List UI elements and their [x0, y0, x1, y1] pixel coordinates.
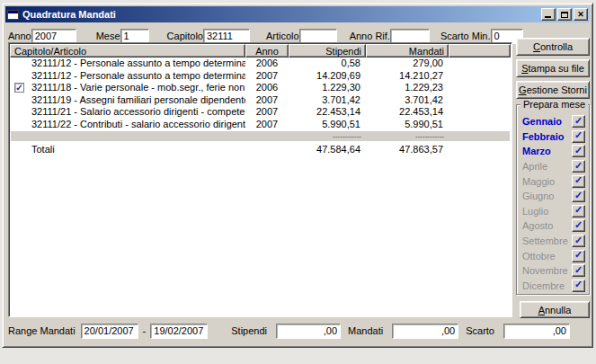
cell-stipendi: 3.701,42 — [289, 94, 366, 107]
header-anno[interactable]: Anno — [245, 44, 289, 58]
title-bar[interactable]: Quadratura Mandati ✕ — [5, 6, 590, 22]
cell-mandati: 5.990,51 — [366, 119, 449, 131]
month-row-gennaio: Gennaio ✓ — [522, 114, 585, 129]
controlla-button[interactable]: Controlla — [516, 38, 590, 56]
month-checkbox[interactable]: ✓ — [572, 115, 585, 128]
capitolo-label: Capitolo — [167, 31, 203, 41]
separator-dashes: ------------ — [367, 131, 449, 141]
header-capitolo-articolo[interactable]: Capitolo/Articolo — [10, 44, 245, 58]
header-stipendi[interactable]: Stipendi — [289, 44, 366, 58]
cell-anno: 2006 — [245, 82, 289, 94]
check-icon: ✓ — [574, 191, 583, 200]
month-row-settembre: Settembre ✓ — [522, 234, 585, 249]
check-icon: ✓ — [574, 161, 583, 171]
capitolo-input[interactable] — [203, 29, 250, 44]
cell-mandati: 279,00 — [366, 58, 449, 70]
month-checkbox[interactable]: ✓ — [572, 264, 585, 277]
month-checkbox[interactable]: ✓ — [572, 145, 585, 157]
month-label: Giugno — [522, 191, 554, 201]
scarto-label: Scarto — [466, 325, 494, 336]
month-checkbox[interactable]: ✓ — [572, 280, 585, 292]
month-row-maggio: Maggio ✓ — [522, 173, 585, 189]
range-to-input[interactable] — [150, 324, 208, 339]
table-row[interactable]: ✓ 32111/12 - Personale assunto a tempo d… — [10, 70, 511, 83]
check-icon: ✓ — [574, 175, 583, 185]
scarto-total-input[interactable] — [503, 324, 570, 339]
totals-label: Totali — [10, 142, 245, 156]
stipendi-total-input[interactable] — [276, 324, 341, 339]
check-icon: ✓ — [574, 235, 583, 245]
annulla-button[interactable]: Annulla — [520, 301, 590, 318]
articolo-input[interactable] — [299, 29, 337, 44]
check-icon: ✓ — [574, 280, 583, 289]
maximize-button[interactable] — [557, 8, 572, 21]
anno-rif-input[interactable] — [390, 29, 430, 44]
month-label: Settembre — [522, 235, 568, 246]
check-icon: ✓ — [574, 265, 583, 275]
cell-capitolo: 32111/22 - Contributi - salario accessor… — [10, 119, 245, 131]
table-row[interactable]: ✓ 32111/19 - Assegni familiari personale… — [10, 94, 511, 107]
cell-stipendi: 0,58 — [289, 58, 366, 70]
range-from-input[interactable] — [81, 324, 138, 339]
minimize-button[interactable] — [541, 8, 556, 21]
table-row[interactable]: ✓ 32111/18 - Varie personale - mob.segr.… — [10, 82, 511, 94]
month-label: Novembre — [522, 265, 568, 276]
cell-capitolo: 32111/12 - Personale assunto a tempo det… — [10, 58, 245, 70]
month-checkbox[interactable]: ✓ — [572, 235, 585, 247]
window-icon — [7, 10, 19, 20]
anno-input[interactable] — [31, 29, 76, 44]
close-icon: ✕ — [577, 10, 584, 18]
month-row-luglio: Luglio ✓ — [522, 204, 585, 219]
prepara-mese-group: Prepara mese Gennaio ✓ Febbraio ✓ Marzo … — [516, 104, 590, 295]
cell-anno: 2007 — [245, 94, 289, 107]
row-checkbox[interactable]: ✓ — [14, 83, 24, 93]
cell-capitolo: 32111/12 - Personale assunto a tempo det… — [10, 70, 245, 83]
prepara-mese-title: Prepara mese — [520, 99, 588, 110]
minimize-icon — [545, 16, 551, 18]
cell-stipendi: 14.209,69 — [289, 70, 366, 83]
month-label: Agosto — [522, 220, 553, 231]
check-icon: ✓ — [574, 205, 583, 215]
stipendi-label: Stipendi — [231, 325, 267, 336]
month-label: Marzo — [522, 146, 551, 156]
maximize-icon — [561, 12, 568, 18]
cell-mandati: 3.701,42 — [366, 94, 449, 107]
cell-capitolo: 32111/21 - Salario accessorio dirigenti … — [10, 106, 245, 119]
month-label: Maggio — [522, 176, 555, 187]
cell-mandati: 14.210,27 — [366, 70, 449, 83]
mese-label: Mese — [96, 31, 120, 41]
month-row-dicembre: Dicembre ✓ — [522, 279, 585, 294]
mese-input[interactable] — [120, 29, 149, 44]
month-checkbox[interactable]: ✓ — [572, 130, 585, 143]
month-checkbox[interactable]: ✓ — [572, 175, 585, 188]
check-icon: ✓ — [574, 116, 583, 126]
cell-mandati: 22.453,14 — [366, 106, 449, 119]
month-checkbox[interactable]: ✓ — [572, 205, 585, 218]
table-row[interactable]: ✓ 32111/21 - Salario accessorio dirigent… — [10, 106, 511, 119]
gestione-storni-button[interactable]: Gestione Storni — [516, 81, 590, 99]
scarto-min-label: Scarto Min. — [440, 31, 491, 41]
totals-mandati: 47.863,57 — [366, 142, 449, 156]
cell-anno: 2007 — [245, 119, 289, 131]
month-row-aprile: Aprile ✓ — [522, 159, 585, 174]
month-label: Aprile — [522, 161, 547, 172]
mandati-total-input[interactable] — [392, 324, 458, 339]
month-row-novembre: Novembre ✓ — [522, 263, 585, 279]
close-button[interactable]: ✕ — [574, 8, 588, 21]
cell-stipendi: 5.990,51 — [289, 119, 366, 131]
month-checkbox[interactable]: ✓ — [572, 219, 585, 232]
separator-dashes: ------------ — [289, 131, 367, 141]
header-mandati[interactable]: Mandati — [366, 44, 449, 58]
month-checkbox[interactable]: ✓ — [572, 190, 585, 202]
mandati-label: Mandati — [348, 325, 383, 336]
month-checkbox[interactable]: ✓ — [572, 160, 585, 173]
month-label: Gennaio — [522, 116, 562, 127]
cell-mandati: 1.229,23 — [366, 82, 449, 94]
check-icon: ✓ — [574, 250, 583, 260]
stampa-su-file-button[interactable]: Stampa su file — [516, 59, 590, 77]
check-icon: ✓ — [574, 130, 583, 140]
table-row[interactable]: ✓ 32111/12 - Personale assunto a tempo d… — [10, 58, 511, 70]
month-label: Dicembre — [522, 280, 565, 291]
month-checkbox[interactable]: ✓ — [572, 250, 585, 262]
table-row[interactable]: ✓ 32111/22 - Contributi - salario access… — [10, 119, 511, 131]
